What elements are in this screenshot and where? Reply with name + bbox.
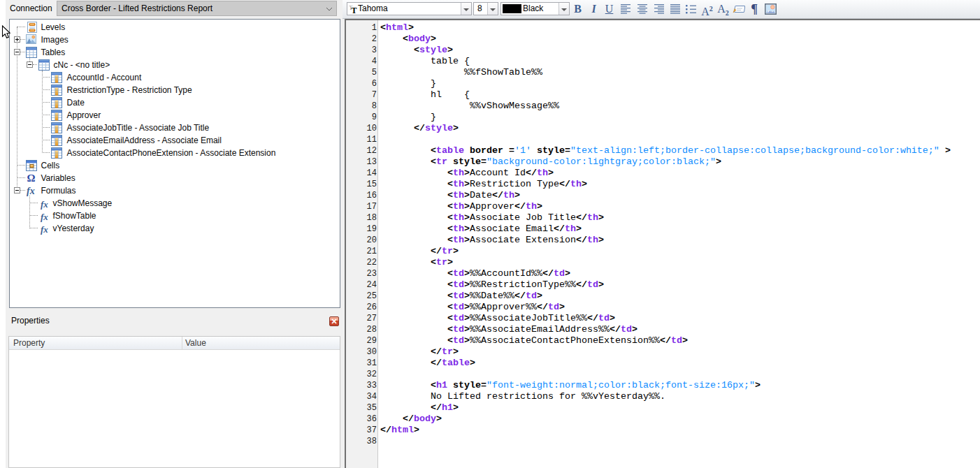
svg-text:fx: fx bbox=[27, 186, 35, 196]
svg-text:T: T bbox=[352, 6, 357, 14]
svg-text:fx: fx bbox=[41, 224, 48, 235]
svg-text:Ω: Ω bbox=[27, 173, 36, 184]
svg-text:fx: fx bbox=[41, 199, 48, 210]
svg-text:fx: fx bbox=[41, 212, 48, 222]
